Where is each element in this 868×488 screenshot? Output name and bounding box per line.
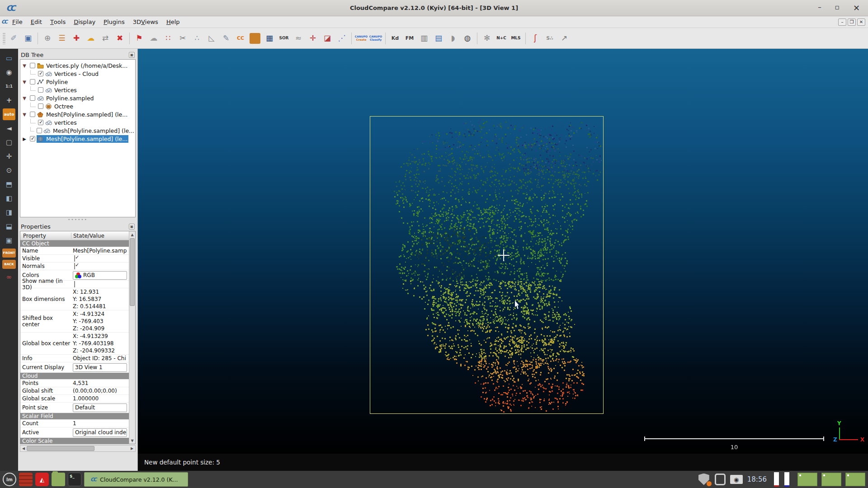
tree-item-label[interactable]: Polyline.sampled [45,94,95,102]
menu-file[interactable]: File [8,16,27,28]
toolbar-export-coordinates-icon[interactable]: ↗ [557,32,571,45]
tree-expander-icon[interactable]: ▼ [20,96,28,101]
toolbar-pcv-shading-icon[interactable]: ✛ [306,32,320,45]
view-back-badge-icon[interactable]: BACK [2,260,16,269]
tree-item[interactable]: vertices [20,118,135,127]
firewall-tray-icon[interactable] [698,474,710,486]
tree-item[interactable]: Vertices [20,86,135,94]
combo-active[interactable]: Original cloud inde [73,428,127,437]
column-property[interactable]: Property [20,233,71,239]
auto-point-size-icon[interactable]: auto [3,108,15,120]
toolbar-global-shift-settings-icon[interactable]: ⊕ [41,32,54,45]
toolbar-canupo-classify-icon[interactable]: CANUPOClassify [369,32,382,45]
toolbar-sor-filter-icon[interactable]: SOR [277,32,291,45]
panel-indicator-2[interactable] [784,472,789,487]
toolbar-kd-tree-icon[interactable]: Kd [388,32,402,45]
visibility-checkbox[interactable] [38,87,43,93]
vscroll-thumb[interactable] [130,238,135,306]
tree-expander-icon[interactable]: ▶ [20,136,28,141]
view-back-icon[interactable]: ▣ [3,235,15,246]
toolbar-qbroom-plugin-icon[interactable] [250,33,260,44]
toolbar-segment-icon[interactable]: ✂ [176,32,189,45]
taskbar-clock[interactable]: 18:56 [747,475,767,483]
combo-current-display[interactable]: 3D View 1 [73,363,127,372]
visibility-checkbox[interactable] [30,63,35,68]
maximize-button[interactable]: ▫ [835,4,840,12]
scroll-right-icon[interactable]: ▶ [129,446,135,450]
view-top-icon[interactable]: ⬒ [3,178,15,190]
app-menu-icon[interactable]: CC [0,19,8,26]
menu-edit[interactable]: Edit [27,16,46,28]
menu-plugins[interactable]: Plugins [99,16,129,28]
toolbar-save-icon[interactable]: ▣ [21,32,35,45]
mdi-minimize-button[interactable]: – [838,19,846,26]
stereo-mode-icon[interactable]: ∞ [3,271,15,283]
nvidia-tray-icon[interactable]: ◉ [730,475,743,484]
panel-indicator-1[interactable] [774,472,779,487]
panel-splitter[interactable]: •••••• [20,217,136,222]
menu-help[interactable]: Help [162,16,184,28]
tree-expander-icon[interactable]: ▼ [20,80,28,84]
toolbar-spline-fit-icon[interactable]: ʃ [528,32,542,45]
anydesk-app-icon[interactable]: ◭ [35,473,49,486]
tree-item[interactable]: ▶Mesh[Polyline.sampled] (le... [20,135,135,143]
workspace-2[interactable] [821,473,841,486]
close-button[interactable]: ✕ [853,4,860,12]
toolbar-apply-transformation-icon[interactable]: ⇄ [99,32,112,45]
visibility-checkbox[interactable] [37,128,42,133]
tree-item-label[interactable]: vertices [53,119,78,127]
mint-menu-button[interactable]: lm [3,473,16,486]
tree-item[interactable]: Vertices - Cloud [20,70,135,78]
toolbar-ascii-export-icon[interactable]: ▤ [432,32,445,45]
toolbar-open-icon[interactable]: ✐ [7,32,20,45]
toolbar-qcompass-plugin-icon[interactable]: ▦ [263,32,276,45]
iso-view-icon[interactable]: ▢ [3,136,15,148]
zoom-1-1-icon[interactable]: 1:1 [3,80,15,92]
scroll-down-icon[interactable]: ▼ [129,437,135,444]
tree-item[interactable]: Octree [20,102,135,110]
tree-item[interactable]: ▼Polyline.sampled [20,94,135,102]
hscroll-thumb[interactable] [27,446,94,451]
checkbox-show-name-in-3d[interactable] [74,281,75,287]
visibility-checkbox[interactable] [30,112,35,117]
tree-item[interactable]: ▼Mesh[Polyline.sampled] (le... [20,110,135,118]
toolbar-add-to-db-icon[interactable]: ✚ [70,32,83,45]
menu-tools[interactable]: Tools [46,16,70,28]
tree-item-label[interactable]: Octree [53,103,74,110]
visibility-checkbox[interactable] [38,120,43,125]
visibility-checkbox[interactable] [38,103,43,109]
toolbar-subsample-cloud-icon[interactable]: ∴ [190,32,204,45]
tree-item-label[interactable]: Vertices.ply (/home/a/Desk... [45,62,128,70]
toolbar-annotate-icon[interactable]: ✎ [219,32,233,45]
visibility-checkbox[interactable] [30,136,35,141]
tree-item-label[interactable]: Vertices - Cloud [53,70,99,78]
toolbar-fast-marching-icon[interactable]: FM [403,32,416,45]
tree-item[interactable]: ▼Vertices.ply (/home/a/Desk... [20,61,135,70]
visibility-checkbox[interactable] [30,95,35,101]
column-state-value[interactable]: State/Value [71,233,129,239]
tree-expander-icon[interactable]: ▼ [20,112,28,117]
properties-hscrollbar[interactable]: ◀ ▶ [20,445,136,452]
pan-view-icon[interactable]: ✛ [3,150,15,162]
view-front-badge-icon[interactable]: FRONT [2,249,16,258]
toolbar-cross-section-icon[interactable]: ◪ [321,32,334,45]
menu-display[interactable]: Display [70,16,99,28]
tree-item-label[interactable]: Mesh[Polyline.sampled] (le... [52,127,135,135]
menu-3d-views[interactable]: 3D Views [129,16,162,28]
mdi-close-button[interactable]: ✕ [857,19,865,26]
toolbar-profile-extraction-icon[interactable]: ≈ [292,32,305,45]
tree-expander-icon[interactable]: ▼ [20,63,28,68]
toolbar-dome-render-icon[interactable]: ◗ [446,32,460,45]
properties-vscrollbar[interactable]: ▲ ▼ [129,231,135,444]
toolbar-mls-smoothing-icon[interactable]: MLS [509,32,523,45]
view-front-icon[interactable]: ◧ [3,192,15,204]
view-right-icon[interactable]: ⬓ [3,221,15,232]
toolbar-canupo-create-icon[interactable]: CANUPOCreate [354,32,368,45]
visibility-checkbox[interactable] [38,71,43,76]
toolbar-point-picking-icon[interactable]: ⚑ [132,32,146,45]
increase-point-size-icon[interactable]: + [3,94,15,106]
toolbar-film-strip-icon[interactable]: ▥ [417,32,431,45]
previous-view-icon[interactable]: ◄ [3,122,15,134]
firewall-app-icon[interactable] [19,473,33,486]
combo-point-size[interactable]: Default [73,404,127,412]
